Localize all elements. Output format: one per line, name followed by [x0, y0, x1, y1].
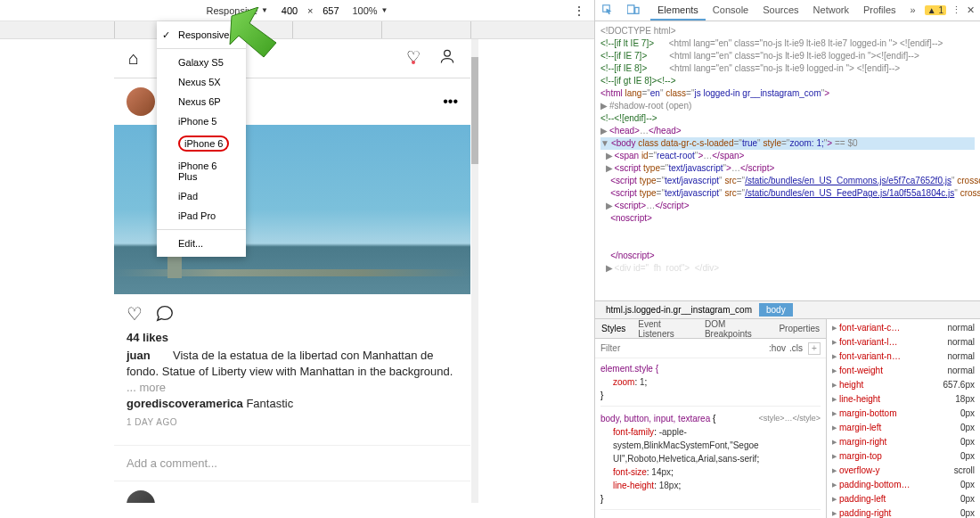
device-item-ipad-pro[interactable]: iPad Pro	[157, 206, 246, 226]
tab-console[interactable]: Console	[706, 1, 755, 21]
elements-tree[interactable]: <!DOCTYPE html> <!--[if lt IE 7]> <html …	[595, 21, 980, 300]
computed-row[interactable]: ▶margin-bottom0px	[830, 407, 976, 421]
computed-row[interactable]: ▶padding-bottom…0px	[830, 478, 976, 492]
likes-count[interactable]: 44 likes	[127, 331, 458, 344]
height-input[interactable]	[316, 5, 345, 16]
dim-sep: ×	[307, 5, 313, 16]
computed-row[interactable]: ▶height657.6px	[830, 378, 976, 392]
styles-pane: Styles Event Listeners DOM Breakpoints P…	[595, 319, 827, 518]
styles-tabs: Styles Event Listeners DOM Breakpoints P…	[595, 319, 826, 339]
profile-icon[interactable]	[438, 47, 456, 70]
inspect-icon[interactable]	[595, 1, 620, 21]
devtools-pane: Elements Console Sources Network Profile…	[595, 0, 980, 518]
devtools-toolbar: Elements Console Sources Network Profile…	[595, 0, 980, 21]
svg-rect-3	[627, 4, 634, 12]
selected-element: ▼<body class data-gr-c-s-loaded="true" s…	[600, 137, 975, 150]
device-preview-pane: Responsive▼ × 100%▼ ⋮	[0, 0, 595, 518]
sub-tab-styles[interactable]: Styles	[595, 321, 632, 336]
sub-tab-dom-breakpoints[interactable]: DOM Breakpoints	[698, 317, 772, 341]
tab-profiles[interactable]: Profiles	[856, 1, 903, 21]
computed-row[interactable]: ▶margin-left0px	[830, 421, 976, 435]
avatar[interactable]	[127, 490, 155, 503]
zoom-selector[interactable]: 100%▼	[352, 5, 388, 16]
tab-elements[interactable]: Elements	[650, 1, 706, 21]
cls-toggle[interactable]: .cls	[789, 343, 803, 353]
computed-row[interactable]: ▶margin-top0px	[830, 449, 976, 464]
computed-row[interactable]: ▶line-height18px	[830, 392, 976, 407]
computed-row[interactable]: ▶padding-left0px	[830, 492, 976, 506]
tab-sources[interactable]: Sources	[755, 1, 805, 21]
home-icon[interactable]: ⌂	[128, 48, 139, 69]
close-devtools-icon[interactable]: ✕	[967, 4, 975, 16]
more-options-icon[interactable]: ⋮	[573, 4, 585, 18]
device-item-nexus-5x[interactable]: Nexus 5X	[157, 72, 246, 92]
sub-tab-properties[interactable]: Properties	[772, 321, 826, 336]
computed-row[interactable]: ▶font-variant-n…normal	[830, 349, 976, 364]
timestamp: 1 DAY AGO	[127, 417, 458, 427]
device-item-iphone-6[interactable]: iPhone 6	[157, 131, 246, 156]
add-comment-input[interactable]: Add a comment...	[114, 445, 470, 481]
dimensions: ×	[275, 5, 345, 16]
hov-toggle[interactable]: :hov	[769, 343, 786, 353]
width-input[interactable]	[275, 5, 304, 16]
device-item-iphone-5[interactable]: iPhone 5	[157, 111, 246, 131]
sub-tab-event-listeners[interactable]: Event Listeners	[632, 317, 698, 341]
filter-input[interactable]	[600, 343, 765, 353]
devtools-menu-icon[interactable]: ⋮	[951, 4, 961, 16]
device-item-nexus-6p[interactable]: Nexus 6P	[157, 92, 246, 111]
device-menu: ✓Responsive Galaxy S5 Nexus 5X Nexus 6P …	[157, 21, 246, 257]
device-selector[interactable]: Responsive▼	[207, 5, 268, 16]
svg-point-1	[445, 50, 451, 56]
device-item-responsive[interactable]: ✓Responsive	[157, 25, 246, 45]
scrollbar[interactable]	[471, 39, 478, 503]
device-item-edit[interactable]: Edit...	[157, 234, 246, 253]
computed-row[interactable]: ▶margin-right0px	[830, 435, 976, 449]
warning-badge[interactable]: ▲ 1	[925, 5, 946, 15]
computed-row[interactable]: ▶font-variant-l…normal	[830, 335, 976, 349]
svg-rect-4	[635, 7, 639, 13]
device-item-ipad[interactable]: iPad	[157, 186, 246, 206]
comment-icon[interactable]	[155, 303, 175, 327]
ruler	[0, 21, 594, 39]
device-toggle-icon[interactable]	[620, 1, 647, 21]
caption: juan Vista de la estatua de la libertad …	[127, 348, 458, 397]
css-rules[interactable]: element.style { zoom: 1; } body, button,…	[595, 358, 826, 518]
like-icon[interactable]: ♡	[127, 303, 143, 327]
post-more-icon[interactable]: •••	[443, 94, 458, 110]
computed-row[interactable]: ▶font-weightnormal	[830, 364, 976, 378]
crumb-html[interactable]: html.js.logged-in.gr__instagram_com	[599, 303, 759, 317]
crumb-body[interactable]: body	[759, 303, 793, 317]
activity-icon[interactable]: ♡	[406, 47, 421, 70]
computed-row[interactable]: ▶overflow-yscroll	[830, 464, 976, 478]
computed-row[interactable]: ▶font-variant-c…normal	[830, 321, 976, 335]
device-item-galaxy-s5[interactable]: Galaxy S5	[157, 53, 246, 72]
new-rule-button[interactable]: +	[808, 342, 821, 355]
avatar[interactable]	[127, 87, 155, 116]
tab-network[interactable]: Network	[806, 1, 856, 21]
comment: gorediscoveramerica Fantastic	[127, 397, 458, 410]
tab-more[interactable]: »	[903, 1, 923, 21]
computed-pane[interactable]: ▶font-variant-c…normal▶font-variant-l…no…	[827, 319, 980, 518]
device-toolbar: Responsive▼ × 100%▼ ⋮	[0, 0, 594, 21]
computed-row[interactable]: ▶padding-right0px	[830, 506, 976, 518]
more-link[interactable]: ... more	[127, 381, 166, 394]
device-item-iphone-6-plus[interactable]: iPhone 6 Plus	[157, 156, 246, 186]
